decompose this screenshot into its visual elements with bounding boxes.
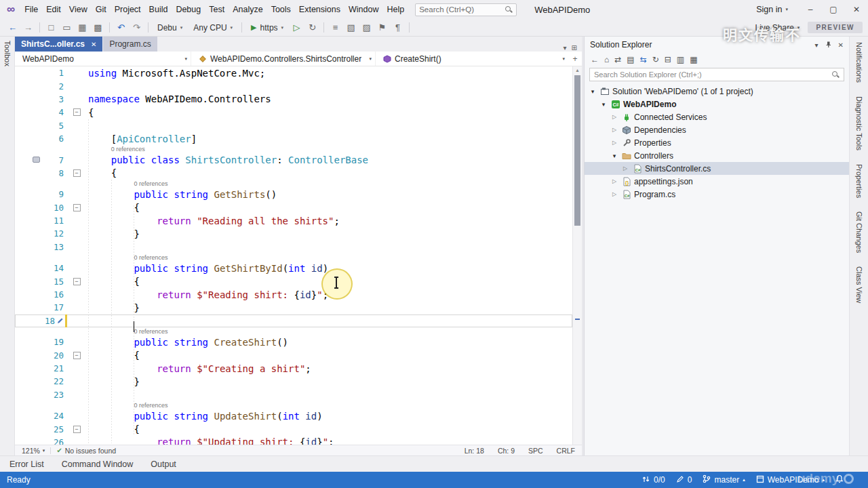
menu-help[interactable]: Help (382, 0, 408, 19)
tab-list-chevron-icon[interactable]: ▾ (564, 44, 567, 52)
collapse-region-icon[interactable]: − (73, 352, 81, 359)
code-line[interactable]: 23 (15, 388, 572, 401)
solution-explorer-search-box[interactable]: Search Solution Explorer (Ctrl+;) (589, 68, 844, 81)
menu-tools[interactable]: Tools (267, 0, 295, 19)
menu-window[interactable]: Window (344, 0, 382, 19)
minimize-icon[interactable]: – (799, 0, 822, 19)
git-sync-button[interactable]: 0/0 (642, 475, 665, 485)
codelens-references[interactable]: 0 references (15, 327, 572, 336)
code-line[interactable]: 15− { (15, 274, 572, 287)
code-line[interactable]: 5 (15, 119, 572, 132)
tree-expanded-arrow-icon[interactable]: ▾ (599, 101, 608, 108)
breadcrumb-type-dropdown[interactable]: WebAPIDemo.Controllers.ShirtsController … (191, 52, 376, 66)
chevron-down-icon[interactable]: ▾ (815, 41, 818, 49)
tree-collapsed-arrow-icon[interactable]: ▷ (610, 178, 618, 184)
float-tab-icon[interactable]: ⊞ (572, 44, 577, 52)
comment-icon[interactable]: ▧ (344, 20, 358, 36)
codelens-references[interactable]: 0 references (15, 180, 572, 188)
git-branch-button[interactable]: master ▴ (703, 474, 745, 485)
se-refresh-icon[interactable]: ↻ (652, 54, 659, 66)
breadcrumb-member-dropdown[interactable]: CreateShirt() ▾ (376, 52, 568, 66)
column-indicator[interactable]: Ch: 9 (498, 447, 515, 455)
se-properties-icon[interactable]: ▦ (690, 54, 697, 66)
split-window-icon[interactable]: + (568, 54, 582, 64)
forward-icon[interactable]: → (21, 20, 35, 36)
codelens-references[interactable]: 0 references (15, 145, 572, 153)
notifications-bell-button[interactable] (835, 474, 844, 485)
code-line[interactable]: 9 public string GetShirts() (15, 188, 572, 201)
start-no-debug-icon[interactable]: ▷ (290, 20, 304, 36)
uncomment-icon[interactable]: ▨ (359, 20, 374, 36)
close-icon[interactable]: ✕ (845, 0, 868, 19)
code-line[interactable]: 6 [ApiController] (15, 132, 572, 145)
pilcrow-icon[interactable]: ¶ (391, 20, 405, 36)
tree-collapsed-arrow-icon[interactable]: ▷ (610, 140, 618, 146)
panel-tab-toolbox[interactable]: Toolbox (3, 41, 12, 66)
panel-tab-git-changes[interactable]: Git Changes (855, 211, 863, 253)
panel-tab-command-window[interactable]: Command Window (62, 460, 134, 469)
code-line[interactable]: 13 (15, 241, 572, 253)
tree-expanded-arrow-icon[interactable]: ▾ (610, 152, 618, 159)
tree-item-shirtscontroller-cs[interactable]: ▷C#ShirtsController.cs (585, 162, 849, 175)
code-line[interactable]: 3namespace WebAPIDemo.Controllers (15, 93, 572, 106)
menu-view[interactable]: View (65, 0, 92, 19)
pin-icon[interactable] (825, 41, 832, 49)
panel-tab-class-view[interactable]: Class View (855, 266, 863, 303)
menu-build[interactable]: Build (145, 0, 172, 19)
code-line[interactable]: 2 (15, 79, 572, 92)
menu-project[interactable]: Project (111, 0, 145, 19)
menu-edit[interactable]: Edit (42, 0, 65, 19)
bookmark-icon[interactable]: ⚑ (375, 20, 389, 36)
home-icon[interactable]: ⌂ (604, 54, 609, 66)
open-folder-icon[interactable]: ▭ (60, 20, 74, 36)
start-debugging-button[interactable]: ▶https▾ (246, 23, 288, 33)
document-tab[interactable]: Program.cs (103, 37, 157, 52)
code-line[interactable]: 21 return $"Creating a shirt"; (15, 362, 572, 375)
tree-item-controllers[interactable]: ▾Controllers (585, 149, 849, 162)
tree-item-properties[interactable]: ▷Properties (585, 136, 849, 149)
collapse-region-icon[interactable]: − (73, 278, 81, 285)
panel-tab-notifications[interactable]: Notifications (855, 42, 863, 83)
menu-extensions[interactable]: Extensions (295, 0, 344, 19)
code-line[interactable]: 18 (15, 314, 572, 327)
code-line[interactable]: 8− { (15, 167, 572, 180)
tree-expanded-arrow-icon[interactable]: ▾ (589, 88, 597, 95)
redo-icon[interactable]: ↷ (130, 20, 144, 36)
panel-tab-error-list[interactable]: Error List (9, 460, 44, 469)
line-indicator[interactable]: Ln: 18 (465, 447, 484, 455)
code-line[interactable]: 17 } (15, 301, 572, 314)
tree-item-webapidemo[interactable]: ▾C#WebAPIDemo (585, 98, 849, 110)
panel-tab-diagnostic-tools[interactable]: Diagnostic Tools (855, 96, 863, 150)
tree-collapsed-arrow-icon[interactable]: ▷ (610, 127, 618, 133)
scrollbar-up-icon[interactable]: ▲ (573, 66, 582, 75)
maximize-icon[interactable]: ▢ (822, 0, 845, 19)
switch-views-icon[interactable]: ⇄ (614, 54, 621, 66)
sign-in-button[interactable]: Sign in ▾ (756, 5, 788, 14)
tree-item-solution-webapidemo-1-of-1-project[interactable]: ▾Solution 'WebAPIDemo' (1 of 1 project) (585, 85, 849, 98)
code-line[interactable]: 20− { (15, 348, 572, 361)
tree-collapsed-arrow-icon[interactable]: ▷ (610, 114, 618, 120)
code-line[interactable]: 16 return $"Reading shirt: {id}"; (15, 288, 572, 301)
new-file-icon[interactable]: □ (44, 20, 58, 36)
tree-collapsed-arrow-icon[interactable]: ▷ (610, 191, 618, 197)
panel-tab-output[interactable]: Output (151, 460, 176, 469)
menu-file[interactable]: File (20, 0, 42, 19)
editor-scrollbar[interactable]: ▲ (572, 66, 582, 445)
undo-icon[interactable]: ↶ (114, 20, 128, 36)
code-line[interactable]: 7 public class ShirtsController: Control… (15, 153, 572, 166)
tree-item-dependencies[interactable]: ▷Dependencies (585, 123, 849, 136)
menu-debug[interactable]: Debug (172, 0, 205, 19)
close-icon[interactable]: ✕ (838, 41, 844, 49)
refresh-icon[interactable]: ↻ (305, 20, 319, 36)
sync-active-doc-icon[interactable]: ⇆ (640, 54, 647, 66)
git-repo-button[interactable]: WebAPIDemo ▴ (756, 475, 825, 485)
code-editor[interactable]: 1using Microsoft.AspNetCore.Mvc;23namesp… (15, 66, 582, 445)
space-indicator[interactable]: SPC (528, 447, 543, 455)
code-line[interactable]: 4−{ (15, 106, 572, 119)
close-icon[interactable]: ✕ (91, 41, 96, 48)
document-tab[interactable]: ShirtsC...oller.cs✕ (15, 37, 102, 52)
codelens-references[interactable]: 0 references (15, 253, 572, 262)
outline-icon[interactable]: ≡ (328, 20, 342, 36)
collapse-region-icon[interactable]: − (73, 426, 81, 433)
collapse-region-icon[interactable]: − (73, 169, 81, 177)
